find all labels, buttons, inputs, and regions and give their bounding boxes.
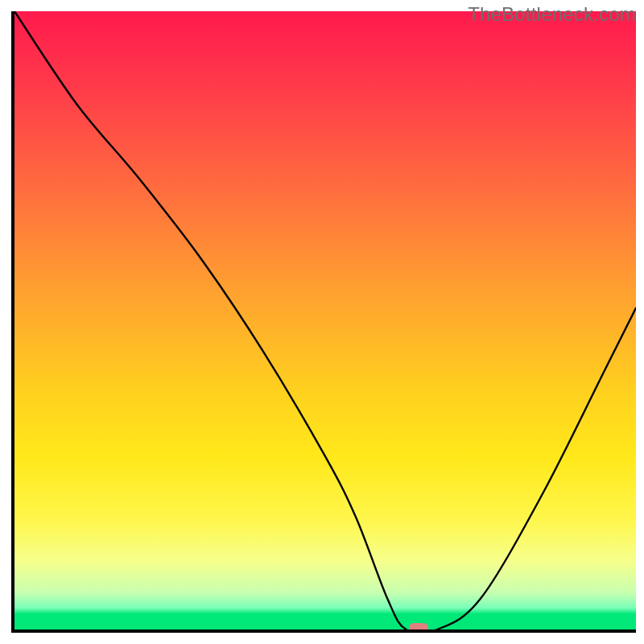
plot-area	[14, 11, 636, 630]
y-axis	[11, 11, 14, 633]
optimal-point-marker	[409, 623, 428, 630]
x-axis	[11, 630, 636, 633]
watermark-label: TheBottleneck.com	[468, 3, 636, 26]
bottleneck-curve	[14, 11, 636, 630]
bottleneck-curve-path	[14, 11, 636, 630]
bottleneck-chart: TheBottleneck.com	[0, 0, 644, 644]
